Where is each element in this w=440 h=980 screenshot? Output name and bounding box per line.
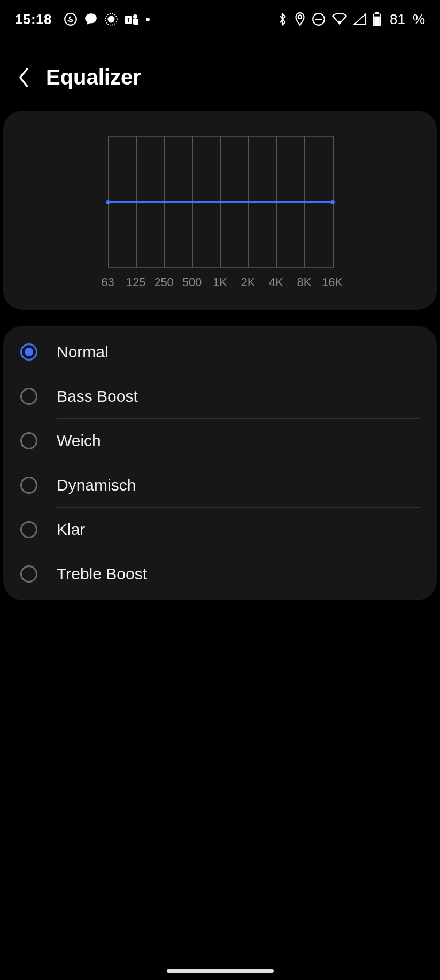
svg-point-5 bbox=[133, 14, 137, 19]
preset-radio[interactable] bbox=[20, 477, 37, 494]
wifi-icon bbox=[332, 13, 347, 25]
bluetooth-icon bbox=[277, 12, 288, 26]
eq-band-label: 500 bbox=[182, 275, 202, 289]
preset-label: Bass Boost bbox=[57, 387, 138, 405]
percent-sign: % bbox=[413, 11, 425, 28]
preset-radio[interactable] bbox=[20, 521, 37, 538]
home-indicator[interactable] bbox=[167, 969, 274, 973]
preset-radio[interactable] bbox=[20, 432, 37, 449]
eq-band-label: 8K bbox=[297, 275, 312, 289]
preset-label: Dynamisch bbox=[57, 476, 136, 494]
eq-band-label: 16K bbox=[322, 275, 343, 289]
equalizer-graph[interactable] bbox=[108, 136, 333, 268]
eq-band-label: 63 bbox=[101, 275, 114, 289]
preset-row[interactable]: Treble Boost bbox=[3, 552, 437, 596]
svg-text:T: T bbox=[127, 17, 130, 23]
preset-radio[interactable] bbox=[20, 388, 37, 405]
back-button[interactable] bbox=[17, 67, 31, 88]
location-icon bbox=[295, 12, 305, 26]
signal-app-icon bbox=[104, 12, 118, 26]
svg-point-6 bbox=[298, 15, 302, 19]
preset-radio[interactable] bbox=[20, 565, 37, 583]
svg-point-2 bbox=[108, 16, 115, 23]
cellular-icon bbox=[353, 13, 366, 25]
teams-icon: T bbox=[125, 12, 140, 26]
notification-dot-icon bbox=[146, 18, 150, 21]
equalizer-endpoint-left bbox=[106, 200, 110, 204]
preset-row[interactable]: Bass Boost bbox=[3, 374, 437, 418]
chat-icon bbox=[84, 12, 98, 26]
preset-list-card: NormalBass BoostWeichDynamischKlarTreble… bbox=[3, 326, 437, 600]
eq-band-label: 1K bbox=[213, 275, 227, 289]
eq-band-label: 4K bbox=[269, 275, 283, 289]
whatsapp-icon bbox=[64, 12, 78, 26]
eq-band-label: 250 bbox=[154, 275, 174, 289]
equalizer-response-line bbox=[108, 201, 333, 203]
svg-rect-11 bbox=[374, 17, 380, 25]
equalizer-graph-card: 631252505001K2K4K8K16K bbox=[3, 111, 437, 310]
preset-label: Weich bbox=[57, 432, 101, 450]
preset-label: Treble Boost bbox=[57, 565, 147, 583]
preset-label: Klar bbox=[57, 520, 85, 539]
radio-selected-dot bbox=[25, 348, 33, 356]
eq-band-label: 125 bbox=[126, 275, 146, 289]
status-bar: 15:18 T 81% bbox=[0, 0, 440, 39]
status-time: 15:18 bbox=[15, 11, 52, 28]
equalizer-band-labels: 631252505001K2K4K8K16K bbox=[108, 275, 333, 295]
battery-percent: 81 bbox=[390, 11, 405, 28]
page-header: Equalizer bbox=[0, 39, 440, 111]
preset-row[interactable]: Dynamisch bbox=[3, 463, 437, 507]
equalizer-endpoint-right bbox=[330, 200, 335, 204]
eq-band-label: 2K bbox=[241, 275, 256, 289]
preset-radio[interactable] bbox=[20, 343, 37, 361]
battery-icon bbox=[373, 12, 381, 26]
preset-label: Normal bbox=[57, 343, 109, 361]
preset-row[interactable]: Normal bbox=[3, 330, 437, 374]
do-not-disturb-icon bbox=[312, 12, 326, 26]
preset-row[interactable]: Weich bbox=[3, 419, 437, 463]
page-title: Equalizer bbox=[46, 65, 141, 89]
preset-row[interactable]: Klar bbox=[3, 508, 437, 552]
